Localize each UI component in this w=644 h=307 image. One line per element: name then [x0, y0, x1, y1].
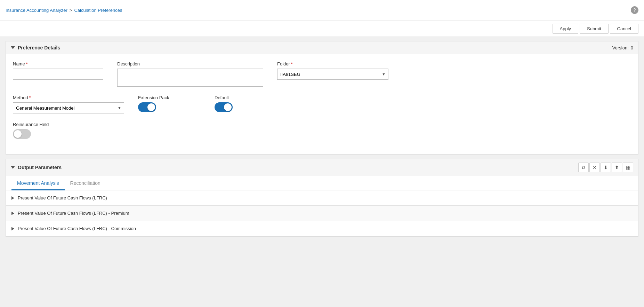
reinsurance-held-toggle[interactable] [13, 129, 31, 139]
preference-details-body: Name * Description Folder * [6, 54, 638, 154]
accordion-header-0[interactable]: Present Value Of Future Cash Flows (LFRC… [6, 190, 638, 205]
method-required-star: * [29, 95, 31, 100]
upload-icon-btn[interactable]: ⬆ [612, 163, 622, 172]
method-label: Method * [13, 95, 124, 100]
extension-pack-label: Extension Pack [138, 95, 201, 100]
submit-button[interactable]: Submit [580, 24, 608, 34]
toolbar-icons: ⧉ ✕ ⬇ ⬆ ▦ [578, 163, 633, 172]
form-row-3: Reinsurance Held [13, 122, 631, 139]
output-collapse-icon[interactable] [11, 166, 15, 169]
top-bar: Insurance Accounting Analyzer > Calculat… [0, 0, 644, 21]
preference-details-title: Preference Details [18, 45, 60, 50]
accordion-row-2: Present Value Of Future Cash Flows (LFRC… [6, 221, 638, 236]
tab-movement-analysis[interactable]: Movement Analysis [11, 176, 65, 190]
output-parameters-panel: Output Parameters ⧉ ✕ ⬇ ⬆ ▦ Movement Ana… [6, 159, 638, 237]
breadcrumb-current-page: Calculation Preferences [74, 8, 122, 13]
output-parameters-title: Output Parameters [18, 165, 62, 170]
panel-header-left: Preference Details [11, 45, 60, 50]
default-group: Default [215, 95, 277, 113]
folder-group: Folder * IIA81SEG ▼ [277, 61, 388, 87]
extension-pack-toggle[interactable] [138, 102, 156, 112]
reinsurance-held-track [13, 129, 31, 139]
output-header-left: Output Parameters [11, 165, 62, 170]
collapse-icon[interactable] [11, 46, 15, 49]
download-icon-btn[interactable]: ⬇ [601, 163, 611, 172]
grid-icon-btn[interactable]: ▦ [623, 163, 633, 172]
description-input[interactable] [117, 69, 263, 87]
default-toggle[interactable] [215, 102, 233, 112]
accordion-arrow-2 [11, 227, 14, 230]
accordion-label-0: Present Value Of Future Cash Flows (LFRC… [18, 195, 107, 200]
method-group: Method * General Measurement Model ▼ [13, 95, 124, 113]
tab-reconciliation[interactable]: Reconciliation [65, 176, 106, 190]
breadcrumb-app-link[interactable]: Insurance Accounting Analyzer [6, 8, 67, 13]
folder-select[interactable]: IIA81SEG [277, 69, 388, 80]
default-thumb [224, 103, 232, 111]
reinsurance-held-thumb [14, 130, 22, 138]
folder-select-wrapper: IIA81SEG ▼ [277, 69, 388, 80]
form-row-2: Method * General Measurement Model ▼ Ext… [13, 95, 631, 113]
description-group: Description [117, 61, 263, 87]
description-label: Description [117, 61, 263, 66]
preference-details-header: Preference Details Version: 0 [6, 41, 638, 54]
accordion-header-2[interactable]: Present Value Of Future Cash Flows (LFRC… [6, 221, 638, 236]
main-content: Preference Details Version: 0 Name * Des… [0, 37, 644, 245]
breadcrumb-separator: > [70, 8, 72, 13]
reinsurance-held-label: Reinsurance Held [13, 122, 75, 127]
output-parameters-header: Output Parameters ⧉ ✕ ⬇ ⬆ ▦ [6, 159, 638, 176]
extension-pack-track [138, 102, 156, 112]
method-select[interactable]: General Measurement Model [13, 102, 124, 113]
breadcrumb: Insurance Accounting Analyzer > Calculat… [6, 8, 122, 13]
tabs-bar: Movement Analysis Reconciliation [6, 176, 638, 190]
name-label: Name * [13, 61, 103, 66]
folder-label: Folder * [277, 61, 388, 66]
accordion-row-1: Present Value Of Future Cash Flows (LFRC… [6, 206, 638, 221]
method-select-wrapper: General Measurement Model ▼ [13, 102, 124, 113]
name-group: Name * [13, 61, 103, 87]
accordion-row-0: Present Value Of Future Cash Flows (LFRC… [6, 190, 638, 206]
help-icon[interactable]: ? [631, 6, 638, 14]
panel-version: Version: 0 [612, 45, 633, 50]
accordion-label-1: Present Value Of Future Cash Flows (LFRC… [18, 211, 129, 216]
form-row-1: Name * Description Folder * [13, 61, 631, 87]
accordion-arrow-0 [11, 196, 14, 200]
copy-icon-btn[interactable]: ⧉ [578, 163, 589, 172]
delete-icon-btn[interactable]: ✕ [589, 163, 600, 172]
default-label: Default [215, 95, 277, 100]
default-track [215, 102, 233, 112]
accordion-arrow-1 [11, 212, 14, 215]
name-input[interactable] [13, 69, 103, 80]
extension-pack-group: Extension Pack [138, 95, 201, 113]
reinsurance-held-group: Reinsurance Held [13, 122, 75, 139]
preference-details-panel: Preference Details Version: 0 Name * Des… [6, 41, 638, 155]
apply-button[interactable]: Apply [553, 24, 579, 34]
action-bar: Apply Submit Cancel [0, 21, 644, 37]
extension-pack-thumb [147, 103, 155, 111]
accordion-label-2: Present Value Of Future Cash Flows (LFRC… [18, 226, 136, 231]
version-value: 0 [631, 45, 633, 50]
version-label: Version: [612, 45, 629, 50]
accordion-header-1[interactable]: Present Value Of Future Cash Flows (LFRC… [6, 206, 638, 221]
output-panel-body: Movement Analysis Reconciliation Present… [6, 176, 638, 236]
name-required-star: * [26, 61, 28, 66]
folder-required-star: * [291, 61, 293, 66]
cancel-button[interactable]: Cancel [610, 24, 638, 34]
